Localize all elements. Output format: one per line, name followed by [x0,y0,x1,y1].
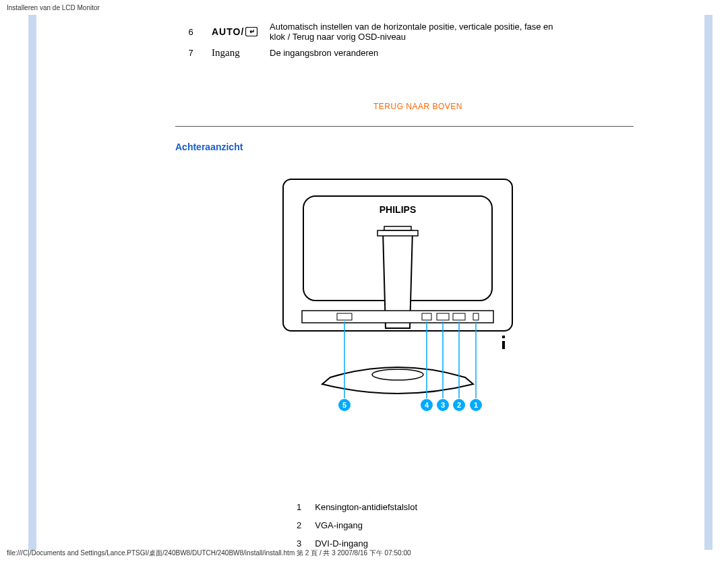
rear2-desc: VGA-ingang [308,516,424,534]
svg-rect-7 [437,313,449,320]
row7-description: De ingangsbron veranderen [264,44,565,61]
rear2-number: 2 [290,516,308,534]
page-header-text: Installeren van de LCD Monitor [7,4,100,11]
svg-point-12 [372,369,423,380]
svg-rect-6 [422,313,431,320]
back-to-top-link[interactable]: TERUG NAAR BOVEN [373,102,462,111]
callout-1: 1 [474,401,478,409]
main-content: 6 AUTO/ Automatisch instellen van de hor… [175,19,661,553]
auto-text: AUTO/ [212,26,244,37]
table-row: 6 AUTO/ Automatisch instellen van de hor… [175,19,565,44]
svg-rect-11 [502,341,505,349]
rear1-desc: Kensington-antidiefstalslot [308,498,424,516]
table-row: 2 VGA-ingang [290,516,424,534]
page-footer-text: file:///C|/Documents and Settings/Lance.… [7,549,411,558]
back-to-top-container: TERUG NAAR BOVEN [175,102,661,111]
svg-rect-5 [337,313,352,320]
svg-rect-8 [453,313,465,320]
brand-text: PHILIPS [380,204,416,215]
callout-4: 4 [425,401,429,409]
svg-rect-3 [377,230,418,236]
return-arrow-icon [245,27,257,36]
front-controls-table: 6 AUTO/ Automatisch instellen van de hor… [175,19,565,61]
table-row: 7 Ingang De ingangsbron veranderen [175,44,565,61]
callout-3: 3 [441,401,445,409]
row6-icon-cell: AUTO/ [206,19,264,44]
rear1-number: 1 [290,498,308,516]
row7-number: 7 [175,44,206,61]
svg-rect-10 [502,336,505,338]
monitor-rear-svg: PHILIPS 5 [263,173,546,422]
right-sidebar-stripe [704,15,712,550]
auto-return-icon: AUTO/ [212,26,257,37]
rear-view-diagram: PHILIPS 5 [175,173,634,424]
section-divider [175,126,634,127]
table-row: 1 Kensington-antidiefstalslot [290,498,424,516]
left-sidebar-stripe [28,15,36,550]
row7-icon-cell: Ingang [206,44,264,61]
callout-2: 2 [457,401,461,409]
rear-ports-table: 1 Kensington-antidiefstalslot 2 VGA-inga… [290,498,424,553]
row6-number: 6 [175,19,206,44]
ingang-label: Ingang [212,47,240,58]
row6-description: Automatisch instellen van de horizontale… [264,19,565,44]
svg-rect-9 [473,313,479,320]
rear-view-heading: Achteraanzicht [175,142,661,152]
callout-5: 5 [342,401,346,409]
